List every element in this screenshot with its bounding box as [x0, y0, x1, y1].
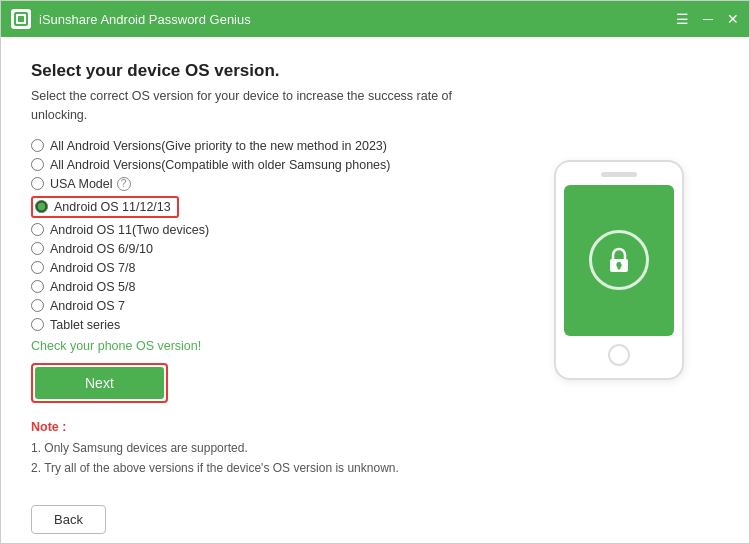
list-item[interactable]: Tablet series [31, 318, 499, 332]
note-section: Note : 1. Only Samsung devices are suppo… [31, 417, 499, 479]
titlebar: iSunshare Android Password Genius ☰ ─ ✕ [1, 1, 749, 37]
option-label: Android OS 6/9/10 [50, 242, 153, 256]
radio-opt4[interactable] [35, 200, 48, 213]
radio-opt9[interactable] [31, 299, 44, 312]
main-window: iSunshare Android Password Genius ☰ ─ ✕ … [0, 0, 750, 544]
option-label: All Android Versions(Give priority to th… [50, 139, 387, 153]
list-item[interactable]: Android OS 5/8 [31, 280, 499, 294]
window-controls: ☰ ─ ✕ [676, 12, 739, 26]
os-options-list: All Android Versions(Give priority to th… [31, 139, 499, 332]
radio-opt10[interactable] [31, 318, 44, 331]
selected-option-highlight: Android OS 11/12/13 [31, 196, 179, 218]
list-item[interactable]: Android OS 7 [31, 299, 499, 313]
option-label: All Android Versions(Compatible with old… [50, 158, 390, 172]
list-item[interactable]: USA Model ? [31, 177, 499, 191]
phone-home-button [608, 344, 630, 366]
list-item[interactable]: Android OS 6/9/10 [31, 242, 499, 256]
back-button[interactable]: Back [31, 505, 106, 534]
app-icon [11, 9, 31, 29]
option-label: Android OS 7/8 [50, 261, 135, 275]
phone-illustration: G [554, 160, 684, 380]
page-subtext: Select the correct OS version for your d… [31, 87, 499, 125]
left-panel: Select your device OS version. Select th… [31, 61, 499, 479]
note-title: Note : [31, 420, 66, 434]
radio-opt3[interactable] [31, 177, 44, 190]
radio-opt2[interactable] [31, 158, 44, 171]
minimize-icon[interactable]: ─ [703, 12, 713, 26]
svg-rect-2 [18, 16, 24, 22]
list-item[interactable]: All Android Versions(Compatible with old… [31, 158, 499, 172]
list-item[interactable]: All Android Versions(Give priority to th… [31, 139, 499, 153]
bottom-bar: Back [1, 495, 749, 544]
option-label: Android OS 11/12/13 [54, 200, 171, 214]
next-button[interactable]: Next [35, 367, 164, 399]
list-item[interactable]: Android OS 11(Two devices) [31, 223, 499, 237]
phone-screen: G [564, 185, 674, 336]
note-item-2: 2. Try all of the above versions if the … [31, 461, 399, 475]
main-row: Select your device OS version. Select th… [31, 61, 719, 479]
lock-icon: G [602, 243, 636, 277]
check-os-link[interactable]: Check your phone OS version! [31, 339, 201, 353]
note-item-1: 1. Only Samsung devices are supported. [31, 441, 248, 455]
option-label: USA Model [50, 177, 113, 191]
menu-icon[interactable]: ☰ [676, 12, 689, 26]
option-label: Android OS 7 [50, 299, 125, 313]
radio-opt1[interactable] [31, 139, 44, 152]
close-icon[interactable]: ✕ [727, 12, 739, 26]
option-label: Android OS 11(Two devices) [50, 223, 209, 237]
list-item[interactable]: Android OS 11/12/13 [31, 196, 499, 218]
page-heading: Select your device OS version. [31, 61, 499, 81]
lock-icon-circle: G [589, 230, 649, 290]
svg-text:G: G [616, 261, 622, 268]
radio-opt7[interactable] [31, 261, 44, 274]
window-title: iSunshare Android Password Genius [39, 12, 676, 27]
option-label: Tablet series [50, 318, 120, 332]
radio-opt8[interactable] [31, 280, 44, 293]
next-button-wrapper: Next [31, 363, 168, 403]
phone-speaker [601, 172, 637, 177]
radio-opt5[interactable] [31, 223, 44, 236]
right-panel: G [519, 61, 719, 479]
radio-opt6[interactable] [31, 242, 44, 255]
option-label: Android OS 5/8 [50, 280, 135, 294]
content-area: Select your device OS version. Select th… [1, 37, 749, 495]
list-item[interactable]: Android OS 7/8 [31, 261, 499, 275]
help-icon[interactable]: ? [117, 177, 131, 191]
